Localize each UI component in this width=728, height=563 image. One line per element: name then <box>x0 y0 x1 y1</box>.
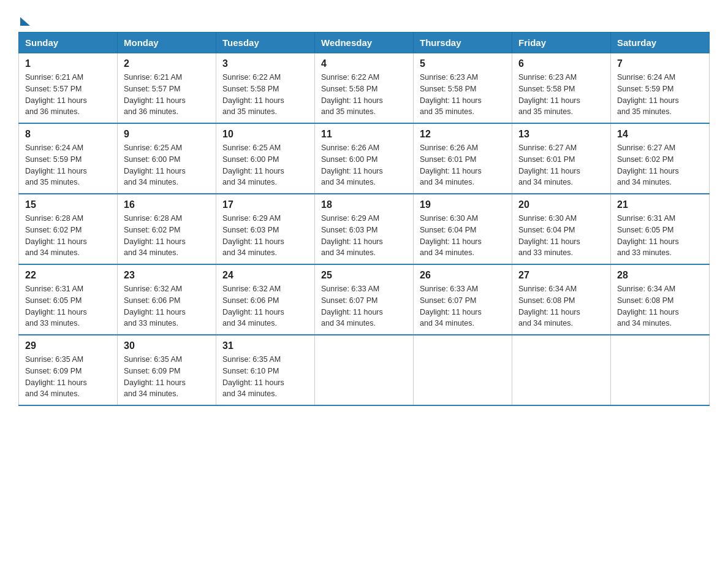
calendar-week-row: 15Sunrise: 6:28 AM Sunset: 6:02 PM Dayli… <box>19 194 710 264</box>
logo <box>18 15 30 26</box>
page-header <box>18 12 710 26</box>
calendar-cell: 23Sunrise: 6:32 AM Sunset: 6:06 PM Dayli… <box>118 264 216 335</box>
calendar-cell: 29Sunrise: 6:35 AM Sunset: 6:09 PM Dayli… <box>19 335 118 405</box>
calendar-cell: 30Sunrise: 6:35 AM Sunset: 6:09 PM Dayli… <box>118 335 216 405</box>
day-number: 20 <box>518 199 604 210</box>
calendar-cell: 11Sunrise: 6:26 AM Sunset: 6:00 PM Dayli… <box>315 123 414 194</box>
calendar-cell: 25Sunrise: 6:33 AM Sunset: 6:07 PM Dayli… <box>315 264 414 335</box>
day-number: 14 <box>617 129 703 140</box>
day-info: Sunrise: 6:21 AM Sunset: 5:57 PM Dayligh… <box>25 72 111 118</box>
calendar-week-row: 1Sunrise: 6:21 AM Sunset: 5:57 PM Daylig… <box>19 53 710 124</box>
day-number: 6 <box>518 58 604 69</box>
calendar-header-sunday: Sunday <box>19 33 118 53</box>
calendar-cell <box>611 335 710 405</box>
day-number: 2 <box>124 58 210 69</box>
calendar-cell: 6Sunrise: 6:23 AM Sunset: 5:58 PM Daylig… <box>512 53 611 124</box>
day-info: Sunrise: 6:23 AM Sunset: 5:58 PM Dayligh… <box>420 72 506 118</box>
calendar-header-wednesday: Wednesday <box>315 33 414 53</box>
calendar-cell: 26Sunrise: 6:33 AM Sunset: 6:07 PM Dayli… <box>414 264 512 335</box>
day-number: 9 <box>124 129 210 140</box>
day-number: 18 <box>321 199 407 210</box>
calendar-cell: 21Sunrise: 6:31 AM Sunset: 6:05 PM Dayli… <box>611 194 710 264</box>
day-number: 26 <box>420 270 506 281</box>
calendar-header-row: SundayMondayTuesdayWednesdayThursdayFrid… <box>19 33 710 53</box>
day-number: 28 <box>617 270 703 281</box>
calendar-cell <box>315 335 414 405</box>
calendar-cell: 3Sunrise: 6:22 AM Sunset: 5:58 PM Daylig… <box>216 53 315 124</box>
day-info: Sunrise: 6:22 AM Sunset: 5:58 PM Dayligh… <box>321 72 407 118</box>
calendar-week-row: 29Sunrise: 6:35 AM Sunset: 6:09 PM Dayli… <box>19 335 710 405</box>
calendar-cell: 12Sunrise: 6:26 AM Sunset: 6:01 PM Dayli… <box>414 123 512 194</box>
day-info: Sunrise: 6:25 AM Sunset: 6:00 PM Dayligh… <box>124 142 210 188</box>
logo-arrow-icon <box>20 17 30 26</box>
day-info: Sunrise: 6:26 AM Sunset: 6:01 PM Dayligh… <box>420 142 506 188</box>
day-number: 16 <box>124 199 210 210</box>
day-info: Sunrise: 6:32 AM Sunset: 6:06 PM Dayligh… <box>222 283 308 329</box>
calendar-header-saturday: Saturday <box>611 33 710 53</box>
day-info: Sunrise: 6:21 AM Sunset: 5:57 PM Dayligh… <box>124 72 210 118</box>
day-info: Sunrise: 6:26 AM Sunset: 6:00 PM Dayligh… <box>321 142 407 188</box>
calendar-cell: 28Sunrise: 6:34 AM Sunset: 6:08 PM Dayli… <box>611 264 710 335</box>
day-number: 3 <box>222 58 308 69</box>
day-number: 17 <box>222 199 308 210</box>
day-info: Sunrise: 6:32 AM Sunset: 6:06 PM Dayligh… <box>124 283 210 329</box>
calendar-cell: 24Sunrise: 6:32 AM Sunset: 6:06 PM Dayli… <box>216 264 315 335</box>
day-number: 15 <box>25 199 111 210</box>
day-info: Sunrise: 6:22 AM Sunset: 5:58 PM Dayligh… <box>222 72 308 118</box>
day-info: Sunrise: 6:33 AM Sunset: 6:07 PM Dayligh… <box>420 283 506 329</box>
day-number: 27 <box>518 270 604 281</box>
day-info: Sunrise: 6:35 AM Sunset: 6:09 PM Dayligh… <box>25 354 111 400</box>
calendar-cell: 20Sunrise: 6:30 AM Sunset: 6:04 PM Dayli… <box>512 194 611 264</box>
calendar-cell: 17Sunrise: 6:29 AM Sunset: 6:03 PM Dayli… <box>216 194 315 264</box>
day-number: 12 <box>420 129 506 140</box>
calendar-cell: 8Sunrise: 6:24 AM Sunset: 5:59 PM Daylig… <box>19 123 118 194</box>
day-info: Sunrise: 6:33 AM Sunset: 6:07 PM Dayligh… <box>321 283 407 329</box>
day-info: Sunrise: 6:25 AM Sunset: 6:00 PM Dayligh… <box>222 142 308 188</box>
day-info: Sunrise: 6:31 AM Sunset: 6:05 PM Dayligh… <box>617 213 703 259</box>
calendar-cell: 22Sunrise: 6:31 AM Sunset: 6:05 PM Dayli… <box>19 264 118 335</box>
day-info: Sunrise: 6:24 AM Sunset: 5:59 PM Dayligh… <box>617 72 703 118</box>
calendar-cell: 18Sunrise: 6:29 AM Sunset: 6:03 PM Dayli… <box>315 194 414 264</box>
calendar-cell <box>414 335 512 405</box>
calendar-cell: 2Sunrise: 6:21 AM Sunset: 5:57 PM Daylig… <box>118 53 216 124</box>
calendar-cell <box>512 335 611 405</box>
day-info: Sunrise: 6:28 AM Sunset: 6:02 PM Dayligh… <box>25 213 111 259</box>
day-info: Sunrise: 6:27 AM Sunset: 6:02 PM Dayligh… <box>617 142 703 188</box>
calendar-cell: 10Sunrise: 6:25 AM Sunset: 6:00 PM Dayli… <box>216 123 315 194</box>
calendar-cell: 14Sunrise: 6:27 AM Sunset: 6:02 PM Dayli… <box>611 123 710 194</box>
calendar-cell: 16Sunrise: 6:28 AM Sunset: 6:02 PM Dayli… <box>118 194 216 264</box>
calendar-cell: 15Sunrise: 6:28 AM Sunset: 6:02 PM Dayli… <box>19 194 118 264</box>
calendar-header-tuesday: Tuesday <box>216 33 315 53</box>
calendar-cell: 19Sunrise: 6:30 AM Sunset: 6:04 PM Dayli… <box>414 194 512 264</box>
day-info: Sunrise: 6:35 AM Sunset: 6:09 PM Dayligh… <box>124 354 210 400</box>
day-number: 21 <box>617 199 703 210</box>
day-info: Sunrise: 6:31 AM Sunset: 6:05 PM Dayligh… <box>25 283 111 329</box>
day-number: 25 <box>321 270 407 281</box>
calendar-cell: 4Sunrise: 6:22 AM Sunset: 5:58 PM Daylig… <box>315 53 414 124</box>
calendar-week-row: 8Sunrise: 6:24 AM Sunset: 5:59 PM Daylig… <box>19 123 710 194</box>
calendar-header-monday: Monday <box>118 33 216 53</box>
day-info: Sunrise: 6:29 AM Sunset: 6:03 PM Dayligh… <box>222 213 308 259</box>
day-info: Sunrise: 6:34 AM Sunset: 6:08 PM Dayligh… <box>518 283 604 329</box>
day-number: 19 <box>420 199 506 210</box>
day-info: Sunrise: 6:23 AM Sunset: 5:58 PM Dayligh… <box>518 72 604 118</box>
day-number: 30 <box>124 340 210 351</box>
day-number: 8 <box>25 129 111 140</box>
day-number: 5 <box>420 58 506 69</box>
day-number: 13 <box>518 129 604 140</box>
day-number: 4 <box>321 58 407 69</box>
day-number: 24 <box>222 270 308 281</box>
day-info: Sunrise: 6:30 AM Sunset: 6:04 PM Dayligh… <box>518 213 604 259</box>
day-number: 10 <box>222 129 308 140</box>
calendar-cell: 7Sunrise: 6:24 AM Sunset: 5:59 PM Daylig… <box>611 53 710 124</box>
calendar-cell: 1Sunrise: 6:21 AM Sunset: 5:57 PM Daylig… <box>19 53 118 124</box>
calendar-table: SundayMondayTuesdayWednesdayThursdayFrid… <box>18 32 710 406</box>
day-info: Sunrise: 6:34 AM Sunset: 6:08 PM Dayligh… <box>617 283 703 329</box>
calendar-cell: 9Sunrise: 6:25 AM Sunset: 6:00 PM Daylig… <box>118 123 216 194</box>
calendar-cell: 31Sunrise: 6:35 AM Sunset: 6:10 PM Dayli… <box>216 335 315 405</box>
day-info: Sunrise: 6:24 AM Sunset: 5:59 PM Dayligh… <box>25 142 111 188</box>
day-info: Sunrise: 6:35 AM Sunset: 6:10 PM Dayligh… <box>222 354 308 400</box>
day-number: 23 <box>124 270 210 281</box>
calendar-week-row: 22Sunrise: 6:31 AM Sunset: 6:05 PM Dayli… <box>19 264 710 335</box>
day-number: 31 <box>222 340 308 351</box>
